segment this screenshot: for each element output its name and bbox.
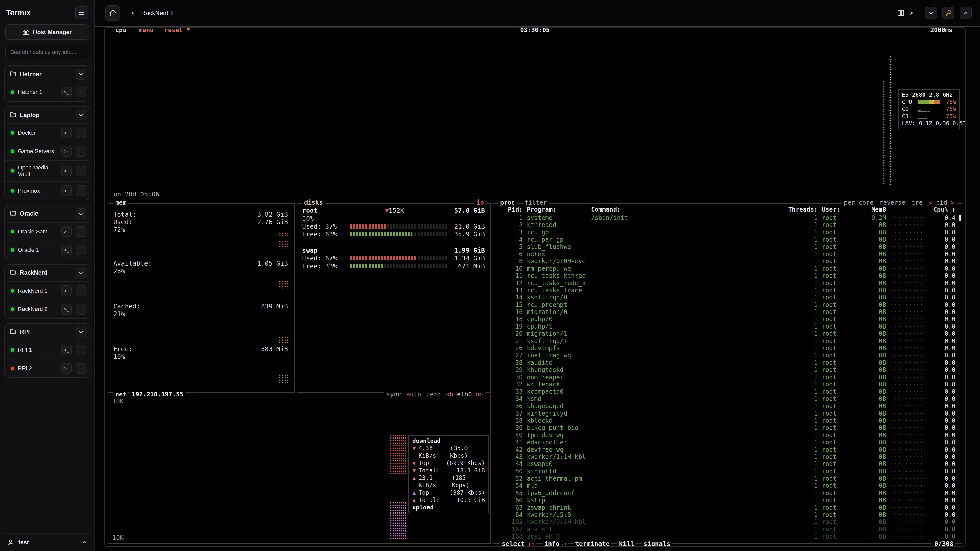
chevron-up-icon[interactable] — [82, 540, 87, 545]
host-options-button[interactable]: ⋮ — [76, 345, 86, 355]
footer-hint[interactable]: kill — [617, 540, 636, 547]
process-row[interactable]: 36khugepaged1root0B·········0.0 — [493, 403, 962, 410]
column-header[interactable]: Program: — [527, 206, 587, 213]
folder-collapse-button[interactable] — [76, 208, 86, 219]
net-hotkey-zero[interactable]: zero — [426, 391, 441, 398]
interface-selector[interactable]: <b eth0 n> — [446, 391, 483, 398]
io-panel-tag[interactable]: io — [474, 199, 486, 206]
connect-terminal-button[interactable]: >_ — [61, 186, 72, 196]
process-row[interactable]: 38kblockd1root0B·········0.0 — [493, 417, 962, 424]
host-options-button[interactable]: ⋮ — [76, 87, 86, 97]
process-row[interactable]: 39blkcg_punt_bio1root0B·········0.0 — [493, 424, 962, 431]
process-row[interactable]: 5slub_flushwq1root0B·········0.0 — [493, 243, 962, 251]
process-row[interactable]: 55ipv6_addrconf1root0B·········0.0 — [493, 489, 962, 497]
process-row[interactable]: 63zswap-shrink1root0B·········0.0 — [493, 504, 962, 511]
process-row[interactable]: 162kworker/0:1H-kbl1root0B·········0.0 — [493, 518, 962, 526]
process-row[interactable]: 64kworker/u5:01root0B·········0.0 — [493, 511, 962, 518]
process-row[interactable]: 4rcu_par_gp1root0B·········0.0 — [493, 236, 962, 243]
process-row[interactable]: 11rcu_tasks_kthrea1root0B·········0.0 — [493, 272, 962, 279]
process-row[interactable]: 29khungtaskd1root0B·········0.0 — [493, 366, 962, 373]
folder-header[interactable]: Laptop — [5, 106, 90, 124]
home-button[interactable] — [105, 5, 121, 21]
sidebar-menu-button[interactable] — [75, 6, 88, 19]
host-row[interactable]: RPI 1>_⋮ — [5, 341, 90, 359]
folder-header[interactable]: Hetzner — [5, 66, 90, 83]
process-row[interactable]: 13rcu_tasks_trace_1root0B·········0.0 — [493, 287, 962, 294]
process-row[interactable]: 10mm_percpu_wq1root0B·········0.0 — [493, 265, 962, 272]
process-row[interactable]: 60kstrp1root0B·········0.0 — [493, 497, 962, 504]
split-view-button[interactable] — [897, 9, 905, 17]
process-row[interactable]: 40tpm_dev_wq1root0B·········0.0 — [493, 432, 962, 439]
process-row[interactable]: 54mld1root0B·········0.0 — [493, 482, 962, 489]
connect-terminal-button[interactable]: >_ — [61, 286, 72, 296]
folder-collapse-button[interactable] — [76, 327, 86, 338]
folder-header[interactable]: RackNerd — [5, 265, 90, 281]
process-row[interactable]: 8kworker/0:0H-eve1root0B·········0.0 — [493, 258, 962, 265]
sort-selector[interactable]: < pid > — [929, 199, 955, 206]
proc-mode-tre[interactable]: tre — [912, 199, 922, 206]
process-row[interactable]: 2kthreadd1root0B·········0.0 — [493, 221, 962, 229]
host-row[interactable]: RPI 2>_⋮ — [5, 359, 90, 377]
process-row[interactable]: 52acpi_thermal_pm1root0B·········0.0 — [493, 475, 962, 482]
process-row[interactable]: 21ksoftirqd/11root0B·········0.0 — [493, 338, 962, 345]
host-options-button[interactable]: ⋮ — [76, 165, 86, 176]
host-options-button[interactable]: ⋮ — [76, 304, 86, 314]
column-header[interactable]: Threads: — [786, 206, 818, 213]
host-row[interactable]: Hetzner 1>_⋮ — [5, 83, 90, 101]
process-row[interactable]: 6netns1root0B·········0.0 — [493, 251, 962, 258]
host-options-button[interactable]: ⋮ — [76, 363, 86, 374]
process-row[interactable]: 34ksmd1root0B·········0.0 — [493, 395, 962, 403]
connect-terminal-button[interactable]: >_ — [61, 304, 72, 314]
folder-header[interactable]: RPI — [5, 324, 90, 341]
column-header[interactable] — [890, 206, 926, 213]
footer-hint[interactable]: info↵ — [542, 540, 567, 547]
process-row[interactable]: 18cpuhp/01root0B·········0.0 — [493, 316, 962, 323]
connect-terminal-button[interactable]: >_ — [61, 87, 72, 97]
process-row[interactable]: 44kswapd01root0B·········0.0 — [493, 460, 962, 468]
column-header[interactable]: MemB — [856, 206, 886, 213]
connect-terminal-button[interactable]: >_ — [61, 245, 72, 256]
process-row[interactable]: 1systemd/sbin/init1root9.2M·········0.4 — [493, 214, 962, 221]
net-hotkey-auto[interactable]: auto — [406, 391, 421, 398]
connect-terminal-button[interactable]: >_ — [61, 363, 72, 374]
process-row[interactable]: 20migration/11root0B·········0.0 — [493, 330, 962, 337]
menu-hotkey[interactable]: menu — [137, 27, 156, 34]
process-row[interactable]: 167ata_sff1root0B·········0.0 — [493, 526, 962, 533]
process-row[interactable]: 16migration/01root0B·········0.0 — [493, 308, 962, 316]
process-row[interactable]: 14ksoftirqd/01root0B·········0.0 — [493, 294, 962, 301]
process-row[interactable]: 19cpuhp/11root0B·········0.0 — [493, 323, 962, 330]
connect-terminal-button[interactable]: >_ — [61, 345, 72, 355]
column-header[interactable]: Cpu% ↑ — [930, 206, 956, 213]
folder-collapse-button[interactable] — [76, 110, 86, 121]
host-row[interactable]: Oracle Sam>_⋮ — [5, 222, 90, 241]
folder-collapse-button[interactable] — [76, 268, 86, 278]
host-row[interactable]: RackNerd 2>_⋮ — [5, 300, 90, 318]
connect-terminal-button[interactable]: >_ — [61, 226, 72, 237]
column-header[interactable]: User: — [822, 206, 853, 213]
process-row[interactable]: 27inet_frag_wq1root0B·········0.0 — [493, 352, 962, 359]
host-options-button[interactable]: ⋮ — [76, 127, 86, 138]
connect-terminal-button[interactable]: >_ — [61, 127, 72, 138]
process-row[interactable]: 43kworker/1:1H-kbl1root0B·········0.0 — [493, 453, 962, 460]
close-tab-button[interactable]: × — [910, 9, 914, 17]
search-input[interactable] — [5, 45, 89, 59]
column-header[interactable]: Command: — [591, 206, 782, 213]
folder-header[interactable]: Oracle — [5, 205, 90, 222]
process-row[interactable]: 50kthrotld1root0B·········0.0 — [493, 468, 962, 475]
footer-hint[interactable]: terminate — [574, 540, 611, 547]
process-row[interactable]: 42devfreq_wq1root0B·········0.0 — [493, 446, 962, 453]
host-options-button[interactable]: ⋮ — [76, 226, 86, 237]
tools-button[interactable] — [942, 7, 955, 19]
host-options-button[interactable]: ⋮ — [76, 245, 86, 256]
folder-collapse-button[interactable] — [76, 69, 86, 79]
panel-down-button[interactable] — [925, 7, 937, 19]
process-row[interactable]: 41edac-poller1root0B·········0.0 — [493, 439, 962, 446]
process-row[interactable]: 15rcu_preempt1root0B·········0.0 — [493, 301, 962, 308]
host-row[interactable]: Proxmox>_⋮ — [5, 181, 90, 200]
process-row[interactable]: 168scsi_eh_01root0B·········0.0 — [493, 533, 962, 539]
column-header[interactable]: Pid: — [499, 206, 523, 213]
terminal[interactable]: cpu menu reset * 03:30:05 2000ms E5-2680… — [104, 27, 966, 547]
host-options-button[interactable]: ⋮ — [76, 286, 86, 296]
tab-racknerd-1[interactable]: >_ RackNerd 1 — [127, 0, 178, 26]
host-row[interactable]: Open Media Vault>_⋮ — [5, 160, 90, 181]
